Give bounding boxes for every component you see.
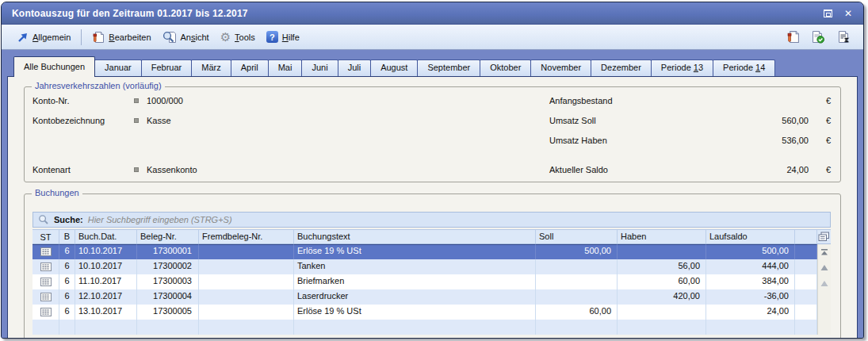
- tab-alle-buchungen[interactable]: Alle Buchungen: [13, 56, 95, 77]
- groupbox-label: Jahresverkehrszahlen (vorläufig): [32, 81, 165, 90]
- column-header-belegnr[interactable]: Beleg-Nr.: [137, 230, 199, 243]
- toolbar: Allgemein Bearbeiten Ansicht ⚙ Tools ? H…: [2, 25, 863, 50]
- column-header-soll[interactable]: Soll: [536, 230, 618, 243]
- groupbox-buchungen: Buchungen Suche: Hier Suchbegriff eingeb…: [24, 193, 841, 339]
- search-input[interactable]: Suche: Hier Suchbegriff eingeben (STRG+S…: [33, 212, 831, 228]
- menu-tools[interactable]: ⚙ Tools: [215, 29, 261, 45]
- column-header-b[interactable]: B: [59, 230, 75, 243]
- table-row[interactable]: 6 10.10.2017 17300002 Tanken 56,00 444,0…: [33, 259, 817, 274]
- field-label-umsatz-haben: Umsatz Haben: [549, 136, 737, 145]
- restore-icon: [824, 10, 832, 17]
- tab-strip: Alle Buchungen Januar Februar März April…: [7, 50, 858, 76]
- field-label-kontenart: Kontenart: [33, 165, 134, 174]
- table-row-empty: [33, 320, 817, 335]
- tab-periode-13[interactable]: Periode 13: [651, 59, 713, 76]
- column-header-st[interactable]: ST: [33, 230, 59, 243]
- search-placeholder: Hier Suchbegriff eingeben (STRG+S): [88, 215, 232, 224]
- tab-page-alle-buchungen: Jahresverkehrszahlen (vorläufig) Konto-N…: [7, 76, 858, 339]
- search-label: Suche:: [54, 215, 83, 224]
- tab-november[interactable]: November: [530, 59, 591, 76]
- currency-symbol: €: [809, 116, 831, 125]
- tab-september[interactable]: September: [417, 59, 480, 76]
- scroll-to-top-icon: [820, 248, 829, 256]
- edit-document-icon: [786, 30, 800, 44]
- menu-bearbeiten[interactable]: Bearbeiten: [86, 29, 156, 46]
- tab-maerz[interactable]: März: [191, 59, 231, 76]
- table-body: 6 10.10.2017 17300001 Erlöse 19 % USt 50…: [33, 244, 817, 335]
- export-document-icon: [836, 30, 851, 44]
- tab-april[interactable]: April: [231, 59, 269, 76]
- currency-symbol: €: [809, 96, 831, 105]
- column-header-buchdat[interactable]: Buch.Dat.: [75, 230, 137, 243]
- tab-mai[interactable]: Mai: [268, 59, 303, 76]
- tab-august[interactable]: August: [370, 59, 418, 76]
- tab-periode-14[interactable]: Periode 14: [713, 59, 775, 76]
- booking-entry-icon: [33, 259, 59, 274]
- scroll-up-icon: [820, 264, 829, 271]
- export-document-button[interactable]: [836, 30, 851, 44]
- gears-icon: ⚙: [220, 31, 231, 43]
- menu-ansicht[interactable]: Ansicht: [157, 29, 215, 46]
- groupbox-label: Buchungen: [32, 188, 82, 197]
- table-row[interactable]: 6 10.10.2017 17300001 Erlöse 19 % USt 50…: [33, 244, 817, 259]
- toolbar-separator: [81, 29, 82, 45]
- table-row[interactable]: 6 13.10.2017 17300005 Erlöse 19 % USt 60…: [33, 305, 817, 320]
- column-header-fremdbelegnr[interactable]: Fremdbeleg-Nr.: [199, 230, 294, 243]
- tab-februar[interactable]: Februar: [141, 59, 193, 76]
- check-document-icon: [811, 30, 825, 44]
- field-value-konto-nr: 1000/000: [147, 96, 183, 105]
- toolbar-right-actions: [786, 30, 855, 44]
- column-header-buchungstext[interactable]: Buchungstext: [294, 230, 536, 243]
- arrow-up-right-icon: [17, 32, 29, 43]
- table-row[interactable]: 6 11.10.2017 17300003 Briefmarken 60,00 …: [33, 274, 817, 289]
- menu-hilfe[interactable]: ? Hilfe: [261, 29, 305, 45]
- column-header-haben[interactable]: Haben: [618, 230, 706, 243]
- close-button[interactable]: ✕: [841, 7, 855, 20]
- help-icon: ?: [266, 31, 278, 43]
- scroll-to-top-button[interactable]: [820, 247, 829, 256]
- tab-dezember[interactable]: Dezember: [591, 59, 652, 76]
- bullet-icon: [134, 118, 139, 123]
- booking-entry-icon: [33, 305, 59, 320]
- tab-oktober[interactable]: Oktober: [480, 59, 531, 76]
- bullet-icon: [134, 167, 139, 172]
- field-value-aktueller-saldo: 24,00: [737, 165, 809, 174]
- tab-juni[interactable]: Juni: [301, 59, 338, 76]
- field-label-kontobezeichnung: Kontobezeichnung: [33, 116, 134, 125]
- field-label-aktueller-saldo: Aktueller Saldo: [549, 165, 737, 174]
- bullet-icon: [134, 98, 139, 103]
- booking-entry-icon: [33, 289, 59, 305]
- booking-entry-icon: [33, 274, 59, 289]
- titlebar: Kontoauszug für den Zeitraum 01.2017 bis…: [2, 2, 863, 25]
- window-title: Kontoauszug für den Zeitraum 01.2017 bis…: [12, 8, 248, 19]
- column-chooser-icon: [818, 232, 830, 242]
- field-value-umsatz-haben: 536,00: [737, 136, 809, 145]
- column-chooser-button[interactable]: [817, 230, 831, 243]
- scroll-up-button[interactable]: [820, 263, 829, 272]
- restore-button[interactable]: [820, 7, 835, 20]
- field-value-umsatz-soll: 560,00: [737, 116, 809, 125]
- edit-document-button[interactable]: [786, 30, 800, 44]
- currency-symbol: €: [809, 165, 831, 174]
- menu-allgemein[interactable]: Allgemein: [11, 29, 76, 45]
- column-header-laufsaldo[interactable]: Laufsaldo: [706, 230, 795, 243]
- field-value-anfangsbestand: [737, 96, 809, 105]
- bookings-table: ST B Buch.Dat. Beleg-Nr. Fremdbeleg-Nr. …: [33, 229, 831, 335]
- tab-juli[interactable]: Juli: [338, 59, 372, 76]
- scroll-up-button[interactable]: [820, 279, 829, 288]
- app-window: Kontoauszug für den Zeitraum 01.2017 bis…: [1, 2, 864, 339]
- currency-symbol: €: [809, 136, 831, 145]
- window-frame: Alle Buchungen Januar Februar März April…: [2, 50, 863, 339]
- field-label-konto-nr: Konto-Nr.: [33, 96, 134, 105]
- table-scroll-gutter: [817, 244, 831, 335]
- magnifier-document-icon: [163, 31, 177, 44]
- field-value-kontenart: Kassenkonto: [147, 165, 197, 174]
- field-label-umsatz-soll: Umsatz Soll: [549, 116, 737, 125]
- edit-document-icon: [92, 31, 105, 44]
- confirm-document-button[interactable]: [811, 30, 825, 44]
- field-value-kontobezeichnung: Kasse: [147, 116, 171, 125]
- tab-januar[interactable]: Januar: [94, 59, 142, 76]
- booking-entry-icon: [33, 244, 59, 259]
- search-icon: [38, 214, 49, 225]
- table-row[interactable]: 6 12.10.2017 17300004 Laserdrucker 420,0…: [33, 289, 817, 305]
